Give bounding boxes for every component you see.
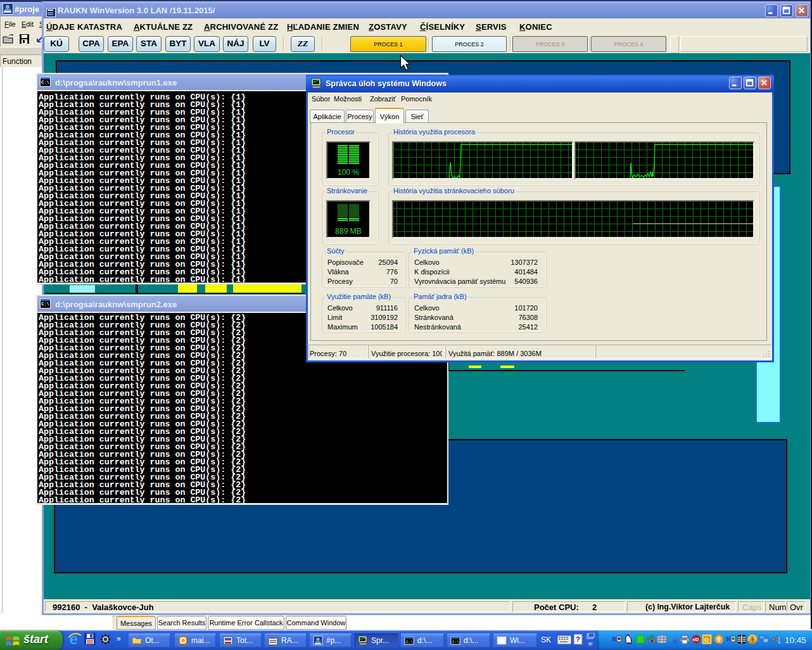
svg-text:C:\: C:\ — [452, 640, 459, 644]
svg-text:?: ? — [576, 635, 580, 643]
svg-text:889 MB: 889 MB — [335, 227, 361, 236]
svg-text:O: O — [704, 637, 709, 643]
svg-text:100 %: 100 % — [338, 168, 359, 177]
svg-text:eID: eID — [692, 637, 699, 642]
svg-text:C:\: C:\ — [406, 640, 413, 644]
